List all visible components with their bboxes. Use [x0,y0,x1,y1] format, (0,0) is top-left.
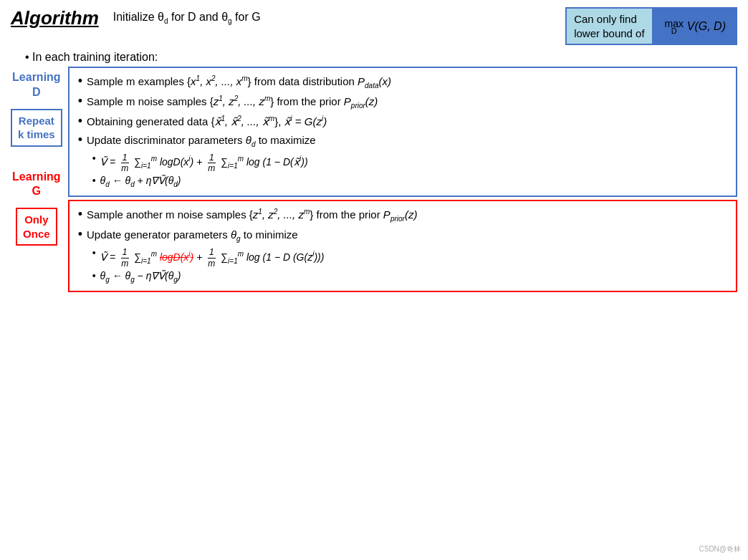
red-formula-1-text: Ṽ = 1m ∑i=1m logD(xi) + 1m ∑i=1m log (1… [100,247,325,269]
bullet-dot-3: • [78,114,82,130]
blue-formula-1-text: Ṽ = 1m ∑i=1m logD(xi) + 1m ∑i=1m log (1… [100,153,308,174]
blue-bullet-1-text: Sample m examples {x1, x2, ..., xm} from… [87,74,727,91]
header-right-box: Can only findlower bound of maxD V(G, D) [565,7,737,45]
iteration-line: • In each training iteration: [25,51,737,64]
can-only-text: Can only findlower bound of [565,7,653,45]
red-formula-1: • Ṽ = 1m ∑i=1m logD(xi) + 1m ∑i=1m log … [92,247,727,269]
blue-bullet-2-text: Sample m noise samples {z1, z2, ..., zm}… [87,94,727,111]
red-formula-2-text: θg ← θg − η∇Ṽ(θg) [100,270,181,284]
red-section: • Sample another m noise samples {z1, z2… [68,200,737,292]
red-bullet-1-text: Sample another m noise samples {z1, z2, … [87,207,727,224]
header-row: Algorithm Initialize θd for D and θg for… [11,7,737,45]
repeat-box: Repeatk times [11,109,62,147]
watermark: CSDN@奇林 [699,544,742,554]
right-sections: • Sample m examples {x1, x2, ..., xm} fr… [68,67,737,292]
learning-g-label: LearningG [12,170,61,200]
red-bullet-dot-1: • [78,207,82,223]
blue-bullet-1: • Sample m examples {x1, x2, ..., xm} fr… [78,74,727,91]
blue-bullet-3-text: Obtaining generated data {x̃1, x̃2, ...,… [87,114,727,129]
red-formula-2: • θg ← θg − η∇Ṽ(θg) [92,270,727,284]
only-once-box: OnlyOnce [16,208,57,246]
bullet-dot-2: • [78,94,82,110]
header-init: Initialize θd for D and θg for G [113,7,565,25]
red-bullet-dot-2: • [78,227,82,243]
blue-bullet-2: • Sample m noise samples {z1, z2, ..., z… [78,94,727,111]
blue-bullet-4: • Update discriminator parameters θd to … [78,132,727,150]
bullet-dot: • [78,74,82,90]
blue-section: • Sample m examples {x1, x2, ..., xm} fr… [68,67,737,197]
red-bullet-1: • Sample another m noise samples {z1, z2… [78,207,727,224]
sections-row: LearningD Repeatk times LearningG OnlyOn… [11,67,737,292]
red-bullet-2-text: Update generator parameters θg to minimi… [87,227,727,244]
red-bullet-2: • Update generator parameters θg to mini… [78,227,727,244]
blue-formula-2-text: θd ← θd + η∇Ṽ(θd) [100,175,181,188]
left-labels: LearningD Repeatk times LearningG OnlyOn… [11,67,62,246]
blue-bullet-4-text: Update discriminator parameters θd to ma… [87,132,727,150]
page-container: Algorithm Initialize θd for D and θg for… [0,0,748,560]
blue-formula-2: • θd ← θd + η∇Ṽ(θd) [92,175,727,188]
max-v-box: maxD V(G, D) [653,7,737,45]
blue-bullet-3: • Obtaining generated data {x̃1, x̃2, ..… [78,114,727,130]
learning-d-label: LearningD [12,70,61,100]
blue-formula-1: • Ṽ = 1m ∑i=1m logD(xi) + 1m ∑i=1m log … [92,153,727,174]
bullet-dot-4: • [78,132,82,148]
algorithm-title: Algorithm [11,7,99,29]
